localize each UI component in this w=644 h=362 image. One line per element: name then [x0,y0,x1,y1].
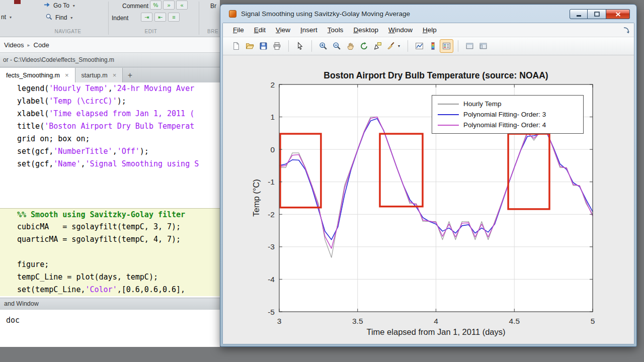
figure-toolbar: ▾ [223,37,634,55]
tab-label: startup.m [82,72,108,79]
legend-label: Hourly Temp [463,100,502,108]
code-line[interactable]: legend('Hourly Temp','24-hr Moving Aver [0,82,220,95]
hide-plot-tools-icon[interactable] [463,39,476,53]
code-token: ,[0.6,0.6,0.6], [117,285,185,294]
pan-hand-icon[interactable] [344,39,357,53]
figure-client-area: FileEditViewInsertToolsDesktopWindowHelp… [222,23,634,344]
breadcrumb-item-videos[interactable]: Videos [4,41,24,49]
y-tick-label: -2 [268,210,275,219]
insert-colorbar-icon[interactable] [426,39,440,53]
new-document-icon[interactable] [229,39,243,53]
code-token: xlabel( [17,109,49,118]
brush-dropdown-icon[interactable]: ▾ [398,44,400,48]
code-token: 'Hourly Temp' [49,84,108,93]
clipped-toolstrip-button[interactable]: nt ▾ [1,14,12,21]
code-token: 'Boston Airport Dry Bulb Temperat [44,122,194,131]
code-line[interactable]: tempC_Line = plot(days, tempC); [0,271,220,284]
legend-line-sample [438,104,459,105]
data-cursor-icon[interactable] [371,39,384,53]
open-folder-icon[interactable] [243,39,257,53]
goto-icon [43,1,51,10]
code-line[interactable]: quarticMA = sgolayfilt(tempC, 4, 7); [0,233,220,246]
menu-help[interactable]: Help [418,26,442,34]
code-line[interactable]: set(gcf,'NumberTitle','Off'); [0,145,220,158]
clipped-button-label: nt [1,14,6,21]
y-tick-label: -5 [268,308,275,316]
menu-insert[interactable]: Insert [295,26,323,34]
minimize-button[interactable] [570,9,588,19]
code-line[interactable]: %% Smooth using Savitzky-Golay filter [0,208,220,221]
command-text: doc [6,316,20,325]
code-line[interactable] [0,183,220,196]
menu-file[interactable]: File [228,26,249,34]
menu-tools[interactable]: Tools [323,26,349,34]
insert-legend-icon[interactable] [440,39,453,53]
comment-tool-icon[interactable]: » [163,1,175,10]
code-line[interactable]: ylabel('Temp (\circC)'); [0,95,220,108]
chevron-down-icon: ▾ [73,4,75,8]
goto-label: Go To [53,2,69,9]
comment-tool-icon[interactable]: « [176,1,188,10]
code-line[interactable]: xlabel('Time elapsed from Jan 1, 2011 ( [0,108,220,120]
menu-desktop[interactable]: Desktop [348,26,383,34]
code-line[interactable]: cubicMA = sgolayfilt(tempC, 3, 7); [0,221,220,233]
rotate-3d-icon[interactable] [357,39,371,53]
code-token: 'NumberTitle' [53,147,112,156]
editor-tab-startup-m[interactable]: startup.m× [75,68,123,82]
x-tick-label: 4.5 [509,317,520,325]
tab-close-icon[interactable]: × [65,71,69,79]
code-line[interactable]: set(gcf,'Name','Signal Smoothing using S [0,158,220,170]
legend-entry[interactable]: Hourly Temp [432,99,583,109]
code-token: 'Color' [85,285,117,294]
command-window-header[interactable]: and Window [0,298,220,310]
find-button[interactable]: Find ▾ [45,13,72,22]
screen: Go To ▾ Comment %»« Br nt ▾ Find ▾ Inden… [0,0,644,362]
legend-entry[interactable]: Polynomial Fitting- Order: 3 [432,109,583,120]
indent-tool-icon[interactable]: ≡ [168,13,180,22]
menu-window[interactable]: Window [383,26,418,34]
code-token: tempC_Line = plot(days, tempC); [17,273,158,282]
code-line[interactable] [0,170,220,183]
brush-icon[interactable] [384,39,398,53]
indent-icons-group: ⇥⇤≡ [141,13,180,22]
current-folder-breadcrumb: Videos▸Code [0,38,220,53]
menu-edit[interactable]: Edit [249,26,271,34]
zoom-in-icon[interactable] [316,39,330,53]
comment-tool-icon[interactable]: % [150,1,162,10]
code-line[interactable] [0,246,220,258]
breadcrumb-item-code[interactable]: Code [34,41,49,49]
code-line[interactable]: figure; [0,258,220,271]
dock-figure-icon[interactable] [623,27,630,34]
save-icon[interactable] [257,39,270,53]
maximize-button[interactable] [588,9,606,19]
y-axis-label: Temp (°C) [252,148,261,248]
code-line[interactable] [0,196,220,208]
indent-tool-icon[interactable]: ⇥ [141,13,152,22]
code-line[interactable]: title('Boston Airport Dry Bulb Temperat [0,120,220,133]
code-editor[interactable]: legend('Hourly Temp','24-hr Moving Avery… [0,82,220,298]
new-tab-button[interactable]: + [123,68,137,82]
code-line[interactable]: set(tempC_Line,'Color',[0.6,0.6,0.6], [0,284,220,296]
close-button[interactable] [606,9,630,19]
link-plot-icon[interactable] [413,39,426,53]
code-line[interactable]: grid on; box on; [0,133,220,145]
show-plot-tools-icon[interactable] [476,39,490,53]
section-label-navigate: NAVIGATE [43,29,93,34]
zoom-out-icon[interactable] [330,39,344,53]
goto-button[interactable]: Go To ▾ [43,1,75,10]
figure-canvas[interactable]: Boston Airport Dry Bulb Temperature (sou… [223,55,634,344]
maximize-icon [594,10,600,19]
legend-entry[interactable]: Polynomial Fitting- Order: 4 [432,120,583,130]
tab-close-icon[interactable]: × [113,71,117,79]
edit-plot-pointer-icon[interactable] [293,39,307,53]
command-window[interactable]: doc [0,310,220,347]
menu-view[interactable]: View [271,26,295,34]
print-icon[interactable] [270,39,284,53]
code-token: ylabel( [17,97,49,106]
toolbar-separator [408,40,408,52]
plot-legend[interactable]: Hourly TempPolynomial Fitting- Order: 3P… [432,95,584,134]
figure-title: Signal Smoothing using Savitzky-Golay Mo… [241,10,410,18]
editor-tab-fects_smoothing-m[interactable]: fects_Smoothing.m× [0,68,75,82]
indent-tool-icon[interactable]: ⇤ [154,13,166,22]
legend-label: Polynomial Fitting- Order: 3 [463,111,546,118]
